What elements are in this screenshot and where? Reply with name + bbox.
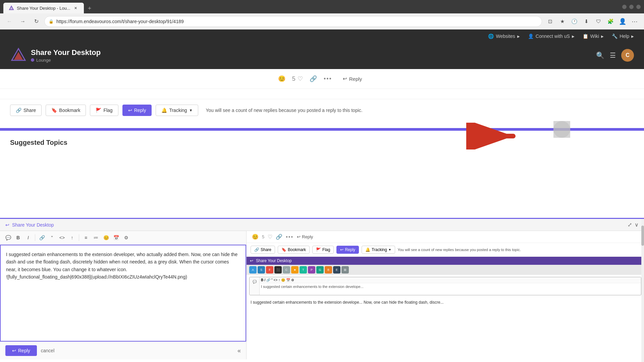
flag-button[interactable]: 🚩 Flag	[90, 105, 118, 116]
download-button[interactable]: ⬇	[581, 16, 592, 27]
tab-close-button[interactable]: ✕	[73, 5, 78, 11]
share-label: Share	[23, 108, 36, 113]
compose-textarea[interactable]	[0, 245, 246, 342]
new-tab-button[interactable]: +	[85, 4, 94, 13]
compose-cancel-button[interactable]: cancel	[41, 348, 54, 353]
preview-mini-quote[interactable]: "	[271, 278, 273, 282]
settings-tool-button[interactable]: ⚙	[121, 233, 131, 242]
connect-nav[interactable]: 👤 Connect with uS ▶	[528, 34, 575, 39]
wiki-chevron: ▶	[601, 35, 604, 38]
bookmark-star-button[interactable]: ★	[557, 16, 568, 27]
menu-button[interactable]: ⋯	[629, 16, 640, 27]
forward-button[interactable]: →	[17, 16, 28, 27]
reply-button-top[interactable]: ↩ Reply	[339, 74, 366, 84]
websites-nav[interactable]: 🌐 Websites ▶	[488, 34, 520, 39]
page-title: Share Your Desktop	[31, 48, 101, 57]
compose-panel: ↩ Share Your Desktop ⤢ ∨ 💬	[0, 218, 644, 362]
preview-heart-icon[interactable]: ♡	[268, 234, 272, 240]
preview-mini-settings[interactable]: ⚙	[291, 278, 294, 282]
person-icon: 👤	[528, 34, 534, 39]
emoji-reaction-button[interactable]: 😊	[278, 75, 285, 82]
url-text: https://forum.endeavouros.com/t/share-yo…	[56, 19, 184, 24]
code-tool-button[interactable]: <>	[57, 233, 67, 242]
emoji-tool-button[interactable]: 😊	[101, 233, 111, 242]
compose-expand-button[interactable]: ⤢	[628, 222, 632, 228]
preview-mini-emoji[interactable]: 😊	[281, 278, 285, 282]
wiki-nav[interactable]: 📋 Wiki ▶	[583, 34, 604, 39]
preview-bookmark-button[interactable]: 🔖 Bookmark	[278, 246, 310, 254]
site-content: 🌐 Websites ▶ 👤 Connect with uS ▶ 📋 Wiki …	[0, 29, 644, 362]
breadcrumb-dot	[31, 58, 34, 62]
history-button[interactable]: 🕐	[569, 16, 580, 27]
link-button[interactable]: 🔗	[310, 75, 317, 82]
browser-frame: Share Your Desktop - Lou... ✕ + ← → ↻ 🔒 …	[0, 0, 644, 362]
app-icon-7: T	[300, 266, 307, 274]
app-icon-3: F	[266, 266, 273, 274]
shield-button[interactable]: 🛡	[593, 16, 604, 27]
reload-button[interactable]: ↻	[31, 16, 42, 27]
profile-button[interactable]: 👤	[617, 16, 628, 27]
preview-mini-table[interactable]: 📅	[286, 278, 290, 282]
hamburger-icon[interactable]: ☰	[610, 51, 616, 59]
site-title-area: Share Your Desktop Lounge	[31, 48, 101, 63]
blockquote-tool-button[interactable]: "	[47, 233, 57, 242]
preview-mini-upload[interactable]: ↑	[278, 278, 280, 282]
share-button[interactable]: 🔗 Share	[10, 105, 42, 116]
tab-title: Share Your Desktop - Lou...	[17, 6, 70, 11]
preview-tracking-button[interactable]: 🔔 Tracking ▼	[362, 246, 395, 254]
preview-scrollbar[interactable]	[641, 231, 644, 359]
flag-icon: 🚩	[96, 108, 101, 113]
preview-mini-link[interactable]: 🔗	[266, 278, 270, 282]
window-close[interactable]	[636, 5, 641, 9]
preview-mini-bold[interactable]: B	[261, 278, 263, 282]
preview-more-icon[interactable]: •••	[286, 234, 293, 240]
reply-label: Reply	[134, 108, 146, 113]
bookmark-icon: 🔖	[51, 108, 57, 113]
app-icon-11: E	[333, 266, 340, 274]
reply-icon: ↩	[128, 108, 132, 113]
upload-tool-button[interactable]: ↑	[67, 233, 77, 242]
search-icon[interactable]: 🔍	[596, 51, 604, 59]
address-bar[interactable]: 🔒 https://forum.endeavouros.com/t/share-…	[44, 16, 542, 27]
quote-tool-button[interactable]: 💬	[3, 233, 13, 242]
preview-action-reply-label: Reply	[345, 247, 355, 252]
preview-scrollbar-thumb[interactable]	[641, 231, 644, 246]
table-tool-button[interactable]: 📅	[111, 233, 121, 242]
compose-header: ↩ Share Your Desktop ⤢ ∨	[0, 219, 644, 231]
like-count[interactable]: 5 ♡	[292, 75, 303, 82]
compose-reply-arrow: ↩	[12, 348, 16, 353]
preview-flag-button[interactable]: 🚩 Flag	[312, 246, 334, 254]
ordered-list-tool-button[interactable]: ≔	[91, 233, 101, 242]
app-icon-6: ★	[291, 266, 299, 274]
window-maximize[interactable]	[629, 5, 634, 9]
bookmark-button[interactable]: 🔖 Bookmark	[46, 105, 86, 116]
extension-button[interactable]: 🧩	[605, 16, 616, 27]
bullet-list-tool-button[interactable]: ≡	[81, 233, 91, 242]
preview-link-icon[interactable]: 🔗	[276, 234, 282, 240]
preview-reply-button[interactable]: ↩ Reply	[297, 234, 313, 239]
avatar[interactable]: C	[621, 49, 634, 62]
compose-reply-button[interactable]: ↩ Reply	[5, 345, 37, 356]
italic-tool-button[interactable]: I	[23, 233, 33, 242]
preview-emoji-icon[interactable]: 😊	[252, 234, 259, 240]
preview-mini-code[interactable]: <>	[274, 278, 278, 282]
reply-button-bottom[interactable]: ↩ Reply	[122, 105, 152, 116]
preview-flag-icon: 🚩	[316, 247, 321, 252]
window-minimize[interactable]	[622, 5, 627, 9]
link-tool-button[interactable]: 🔗	[37, 233, 47, 242]
bookmark-label: Bookmark	[59, 108, 80, 113]
preview-reply-action-button[interactable]: ↩ Reply	[336, 246, 359, 254]
back-button[interactable]: ←	[4, 16, 15, 27]
compose-collapse-button[interactable]: «	[237, 347, 241, 354]
preview-mini-italic[interactable]: I	[264, 278, 265, 282]
preview-share-icon: 🔗	[254, 247, 259, 252]
compose-close-button[interactable]: ∨	[635, 222, 639, 228]
bold-tool-button[interactable]: B	[13, 233, 23, 242]
preview-tracking-info: You will see a count of new replies beca…	[398, 248, 521, 252]
active-tab[interactable]: Share Your Desktop - Lou... ✕	[3, 3, 84, 13]
more-button[interactable]: •••	[324, 75, 332, 82]
preview-share-button[interactable]: 🔗 Share	[251, 246, 275, 254]
tracking-button[interactable]: 🔔 Tracking ▼	[156, 105, 198, 116]
help-nav[interactable]: 🔧 Help ▶	[612, 34, 634, 39]
picture-in-picture-button[interactable]: ⊡	[545, 16, 555, 27]
